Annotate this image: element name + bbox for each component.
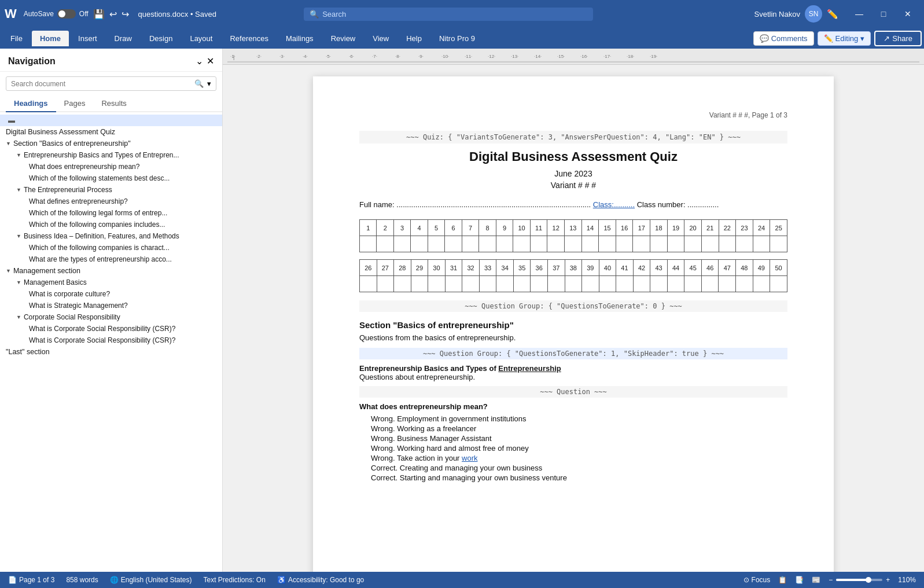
nav-item-charact[interactable]: Which of the following companies is char… xyxy=(0,242,222,253)
close-nav-icon[interactable]: ✕ xyxy=(207,56,214,67)
nav-item-legal-forms[interactable]: Which of the following legal forms of en… xyxy=(0,207,222,219)
answer-item-4: Wrong. Working hard and almost free of m… xyxy=(359,444,787,453)
nav-item-strategic-management[interactable]: What is Strategic Management? xyxy=(0,300,222,311)
view-toggle-3[interactable]: 📰 xyxy=(812,576,820,584)
ribbon: File Home Insert Draw Design Layout Refe… xyxy=(0,28,924,49)
answer-item-1: Wrong. Employment in government institut… xyxy=(359,414,787,423)
class-link[interactable]: Class:.......... xyxy=(593,200,635,209)
edit-icon: ✏️ xyxy=(824,34,833,43)
tab-help[interactable]: Help xyxy=(398,31,430,46)
language-status[interactable]: 🌐 English (United States) xyxy=(110,576,192,584)
autosave-toggle[interactable] xyxy=(57,9,76,19)
sidebar: Navigation ⌄ ✕ 🔍 ▾ Headings Pages Result… xyxy=(0,49,223,572)
svg-text:·9·: ·9· xyxy=(418,54,424,59)
tab-pages[interactable]: Pages xyxy=(56,95,94,112)
comments-button[interactable]: 💬 Comments xyxy=(753,31,814,46)
svg-text:·11·: ·11· xyxy=(465,54,472,59)
tab-insert[interactable]: Insert xyxy=(70,31,105,46)
editing-button[interactable]: ✏️ Editing ▾ xyxy=(818,31,871,46)
word-count-status[interactable]: 858 words xyxy=(66,576,98,584)
nav-item-what-means[interactable]: What does entrepreneurship mean? xyxy=(0,161,222,172)
comment-icon: 💬 xyxy=(760,34,769,43)
zoom-plus-btn[interactable]: + xyxy=(886,576,890,584)
search-icon[interactable]: 🔍 xyxy=(194,79,204,88)
search-box[interactable]: 🔍 xyxy=(304,8,593,21)
chevron-icon: ▼ xyxy=(16,280,21,285)
work-link[interactable]: work xyxy=(462,454,477,462)
nav-item-companies-includes[interactable]: Which of the following companies include… xyxy=(0,219,222,230)
document-variant: Variant # # # xyxy=(359,181,787,190)
nav-item-types[interactable]: What are the types of entrepreneurship a… xyxy=(0,253,222,265)
tab-results[interactable]: Results xyxy=(93,95,134,112)
tab-view[interactable]: View xyxy=(365,31,397,46)
nav-item-entrepreneurship-basics[interactable]: ▼ Entrepreneurship Basics and Types of E… xyxy=(0,149,222,161)
nav-item-basics-section[interactable]: ▼ Section "Basics of entrepreneurship" xyxy=(0,138,222,149)
svg-text:·10·: ·10· xyxy=(441,54,449,59)
save-icon[interactable]: 💾 xyxy=(93,9,105,20)
toggle-state-label: Off xyxy=(79,10,89,18)
nav-item-which-statements[interactable]: Which of the following statements best d… xyxy=(0,172,222,184)
tab-draw[interactable]: Draw xyxy=(106,31,140,46)
svg-text:·19·: ·19· xyxy=(650,54,657,59)
zoom-slider[interactable]: − + xyxy=(829,576,890,584)
view-toggle-1[interactable]: 📋 xyxy=(778,576,787,584)
minimize-button[interactable]: — xyxy=(848,5,871,23)
redo-icon[interactable]: ↪ xyxy=(122,9,129,20)
tab-mailings[interactable]: Mailings xyxy=(278,31,322,46)
customize-icon[interactable]: ✏️ xyxy=(827,9,838,20)
maximize-button[interactable]: □ xyxy=(872,5,895,23)
nav-item-digital-quiz[interactable]: Digital Business Assessment Quiz xyxy=(0,126,222,138)
nav-item-entrepreneurial-process[interactable]: ▼ The Entrepreneurial Process xyxy=(0,184,222,196)
share-button[interactable]: ↗ Share xyxy=(874,31,922,46)
tab-nitro[interactable]: Nitro Pro 9 xyxy=(431,31,483,46)
view-icon-3: 📰 xyxy=(812,576,820,584)
nav-item-csr-q2[interactable]: What is Corporate Social Responsibility … xyxy=(0,335,222,346)
search-icon: 🔍 xyxy=(310,10,319,19)
nav-item-top[interactable]: ▬ xyxy=(0,115,222,126)
tab-layout[interactable]: Layout xyxy=(182,31,220,46)
tab-references[interactable]: References xyxy=(222,31,276,46)
tab-design[interactable]: Design xyxy=(141,31,181,46)
close-button[interactable]: ✕ xyxy=(896,5,919,23)
nav-item-corporate-culture[interactable]: What is corporate culture? xyxy=(0,288,222,300)
user-area: Svetlin Nakov SN ✏️ xyxy=(754,5,838,23)
ribbon-right: 💬 Comments ✏️ Editing ▾ ↗ Share xyxy=(753,31,922,46)
sub-heading-link[interactable]: Entrepreneurship xyxy=(498,364,561,373)
tab-home[interactable]: Home xyxy=(32,31,69,46)
tab-review[interactable]: Review xyxy=(323,31,364,46)
nav-item-csr[interactable]: ▼ Corporate Social Responsibility xyxy=(0,311,222,323)
zoom-track[interactable] xyxy=(836,579,882,581)
nav-item-defines[interactable]: What defines entrepreneurship? xyxy=(0,196,222,207)
undo-icon[interactable]: ↩ xyxy=(109,9,117,20)
nav-item-csr-q1[interactable]: What is Corporate Social Responsibility … xyxy=(0,323,222,335)
view-icon-2: 📑 xyxy=(795,576,804,584)
page-header: Variant # # #, Page 1 of 3 xyxy=(359,111,787,119)
zoom-minus-btn[interactable]: − xyxy=(829,576,833,584)
sidebar-search[interactable]: 🔍 ▾ xyxy=(6,76,216,91)
focus-button[interactable]: ⊙ Focus xyxy=(743,576,771,584)
svg-text:·1·: ·1· xyxy=(230,54,235,59)
search-input[interactable] xyxy=(322,10,587,19)
document-page: Variant # # #, Page 1 of 3 ~~~ Quiz: { "… xyxy=(313,76,834,572)
page-status[interactable]: 📄 Page 1 of 3 xyxy=(8,576,54,584)
answer-item-3: Wrong. Business Manager Assistant xyxy=(359,434,787,443)
search-dropdown-icon[interactable]: ▾ xyxy=(207,79,211,88)
nav-item-management-basics[interactable]: ▼ Management Basics xyxy=(0,277,222,288)
accessibility-status[interactable]: ♿ Accessibility: Good to go xyxy=(277,576,364,584)
svg-text:·18·: ·18· xyxy=(627,54,634,59)
tab-headings[interactable]: Headings xyxy=(6,95,56,112)
question-group-tag-2: ~~~ Question Group: { "QuestionsToGenera… xyxy=(359,348,787,359)
collapse-icon[interactable]: ⌄ xyxy=(196,56,203,67)
nav-item-last-section[interactable]: "Last" section xyxy=(0,346,222,358)
document-scroll[interactable]: Variant # # #, Page 1 of 3 ~~~ Quiz: { "… xyxy=(223,65,924,572)
document-area: | ·1· ·2· ·3· ·4· ·5· ·6· ·7· ·8· ·9· ·1… xyxy=(223,49,924,572)
view-toggle-2[interactable]: 📑 xyxy=(795,576,804,584)
sidebar-title: Navigation xyxy=(8,56,56,67)
text-predictions-status[interactable]: Text Predictions: On xyxy=(204,576,266,584)
nav-item-management-section[interactable]: ▼ Management section xyxy=(0,265,222,277)
tab-file[interactable]: File xyxy=(2,31,31,46)
focus-icon: ⊙ xyxy=(743,576,749,584)
document-title: Digital Business Assessment Quiz xyxy=(359,149,787,164)
nav-item-business-idea[interactable]: ▼ Business Idea – Definition, Features, … xyxy=(0,230,222,242)
search-document-input[interactable] xyxy=(11,80,191,88)
